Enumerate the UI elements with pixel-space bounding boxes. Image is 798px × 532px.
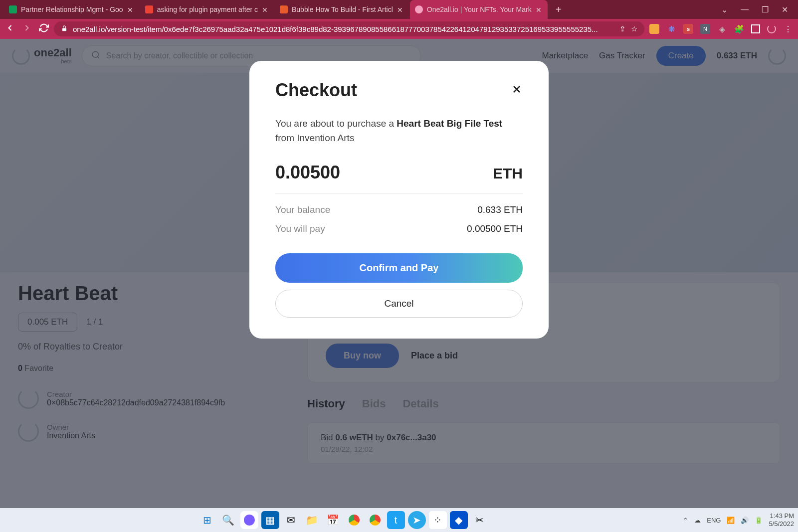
- chevron-up-icon[interactable]: ⌃: [683, 517, 688, 524]
- star-icon[interactable]: ☆: [631, 24, 637, 33]
- tab-title: One2all.io | Your NFTs. Your Mark: [427, 5, 532, 13]
- chrome-icon[interactable]: [366, 511, 384, 529]
- clock[interactable]: 1:43 PM 5/5/2022: [769, 512, 794, 528]
- svg-rect-0: [62, 28, 66, 31]
- browser-titlebar: Partner Relationship Mgmt - Goo ✕ asking…: [0, 0, 798, 19]
- lock-icon: [61, 25, 68, 33]
- favicon-icon: [9, 5, 17, 13]
- maximize-icon[interactable]: ❐: [762, 5, 769, 14]
- reload-icon[interactable]: [39, 23, 49, 35]
- modal-currency: ETH: [493, 165, 523, 182]
- favicon-icon: [415, 5, 423, 13]
- twitter-icon[interactable]: t: [387, 511, 405, 529]
- taskbar-app[interactable]: ⁘: [429, 511, 447, 529]
- new-tab-button[interactable]: +: [549, 0, 569, 19]
- wifi-icon[interactable]: 📶: [727, 517, 735, 524]
- mail-icon[interactable]: ✉: [282, 511, 300, 529]
- menu-icon[interactable]: ⋮: [783, 24, 793, 34]
- taskbar-app[interactable]: ▦: [261, 511, 279, 529]
- close-icon[interactable]: [511, 83, 523, 97]
- browser-tab[interactable]: Bubble How To Build - First Articl ✕: [275, 0, 409, 19]
- close-icon[interactable]: ✕: [536, 6, 543, 13]
- cancel-button[interactable]: Cancel: [275, 290, 523, 318]
- modal-title: Checkout: [275, 80, 357, 101]
- ext-icon[interactable]: ◈: [717, 24, 727, 34]
- favicon-icon: [145, 5, 153, 13]
- windows-taskbar: ⊞ 🔍 ▦ ✉ 📁 📅 t ➤ ⁘ ◆ ✂ ⌃ ☁ ENG 📶 🔊 🔋 1:43…: [0, 508, 798, 532]
- battery-icon[interactable]: 🔋: [755, 517, 763, 524]
- share-icon[interactable]: ⇪: [619, 24, 626, 33]
- browser-tab[interactable]: Partner Relationship Mgmt - Goo ✕: [4, 0, 139, 19]
- start-icon[interactable]: ⊞: [199, 511, 216, 529]
- browser-toolbar: one2all.io/version-test/item/0x6ede7f3c2…: [0, 19, 798, 39]
- address-bar[interactable]: one2all.io/version-test/item/0x6ede7f3c2…: [54, 21, 644, 36]
- explorer-icon[interactable]: 📁: [303, 511, 321, 529]
- volume-icon[interactable]: 🔊: [741, 517, 749, 524]
- minimize-icon[interactable]: —: [741, 5, 749, 14]
- balance-row: Your balance 0.633 ETH: [275, 204, 523, 215]
- pay-row: You will pay 0.00500 ETH: [275, 223, 523, 234]
- tab-title: Partner Relationship Mgmt - Goo: [21, 5, 123, 13]
- favicon-icon: [280, 5, 288, 13]
- url-text: one2all.io/version-test/item/0x6ede7f3c2…: [73, 25, 614, 33]
- close-icon[interactable]: ✕: [127, 6, 134, 13]
- close-icon[interactable]: ✕: [397, 6, 404, 13]
- chevron-down-icon[interactable]: ⌄: [721, 5, 728, 14]
- browser-tab[interactable]: asking for plugin payment after c ✕: [140, 0, 274, 19]
- modal-price: 0.00500: [275, 162, 340, 183]
- telegram-icon[interactable]: ➤: [408, 511, 426, 529]
- modal-description: You are about to purchase a Heart Beat B…: [275, 117, 523, 145]
- browser-tab-active[interactable]: One2all.io | Your NFTs. Your Mark ✕: [410, 0, 548, 19]
- calendar-icon[interactable]: 📅: [324, 511, 342, 529]
- language-indicator[interactable]: ENG: [707, 517, 721, 524]
- modal-price-row: 0.00500 ETH: [275, 162, 523, 193]
- pay-value: 0.00500 ETH: [467, 223, 523, 234]
- pay-label: You will pay: [275, 223, 325, 234]
- close-icon[interactable]: ✕: [262, 6, 269, 13]
- close-window-icon[interactable]: ✕: [782, 5, 788, 14]
- onedrive-icon[interactable]: ☁: [694, 517, 701, 524]
- account-icon[interactable]: [751, 24, 760, 33]
- tab-title: asking for plugin payment after c: [157, 5, 258, 13]
- search-icon[interactable]: 🔍: [219, 511, 237, 529]
- ext-icon[interactable]: [649, 24, 659, 34]
- ext-icon[interactable]: N: [700, 24, 710, 34]
- back-icon[interactable]: [5, 23, 15, 35]
- window-controls: ⌄ — ❐ ✕: [711, 5, 798, 14]
- extensions-icon[interactable]: 🧩: [734, 24, 744, 34]
- chrome-icon[interactable]: [345, 511, 363, 529]
- loading-icon: [767, 24, 776, 33]
- taskbar-app[interactable]: ◆: [450, 511, 468, 529]
- ext-icon[interactable]: s: [683, 24, 693, 34]
- checkout-modal: Checkout You are about to purchase a Hea…: [249, 61, 549, 339]
- balance-value: 0.633 ETH: [477, 204, 523, 215]
- page-content: one2all beta Search by creator, collecti…: [0, 39, 798, 508]
- forward-icon[interactable]: [22, 23, 32, 35]
- snip-icon[interactable]: ✂: [471, 511, 489, 529]
- ext-icon[interactable]: ❋: [666, 24, 676, 34]
- tab-strip: Partner Relationship Mgmt - Goo ✕ asking…: [0, 0, 568, 19]
- modal-overlay[interactable]: Checkout You are about to purchase a Hea…: [0, 39, 798, 508]
- confirm-pay-button[interactable]: Confirm and Pay: [275, 253, 523, 283]
- tab-title: Bubble How To Build - First Articl: [292, 5, 393, 13]
- taskbar-app[interactable]: [240, 511, 258, 529]
- balance-label: Your balance: [275, 204, 330, 215]
